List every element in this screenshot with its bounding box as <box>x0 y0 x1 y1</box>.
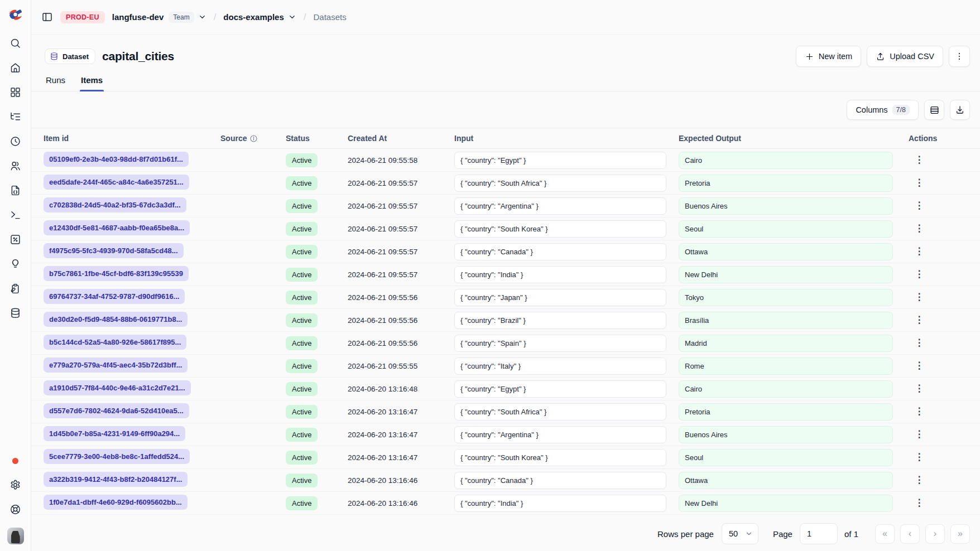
expected-output-cell[interactable]: Pretoria <box>679 403 893 420</box>
last-page-button[interactable]: » <box>950 524 970 544</box>
annotation-queues-icon[interactable] <box>7 280 24 297</box>
row-actions-button[interactable]: ⋮ <box>912 498 926 508</box>
next-page-button[interactable]: › <box>925 524 945 544</box>
expected-output-cell[interactable]: Rome <box>679 357 893 375</box>
row-actions-button[interactable]: ⋮ <box>912 429 926 439</box>
row-actions-button[interactable]: ⋮ <box>912 224 926 233</box>
prev-page-button[interactable]: ‹ <box>900 524 920 544</box>
expected-output-cell[interactable]: New Delhi <box>679 266 893 283</box>
settings-icon[interactable] <box>7 476 24 493</box>
item-id-pill[interactable]: b75c7861-1fbe-45cf-bdf6-83f139c95539 <box>44 266 189 281</box>
support-icon[interactable] <box>7 501 24 518</box>
playground-icon[interactable] <box>7 206 24 223</box>
input-cell[interactable]: { "country": "India" } <box>454 495 666 512</box>
input-cell[interactable]: { "country": "Canada" } <box>454 243 666 260</box>
input-cell[interactable]: { "country": "Japan" } <box>454 289 666 306</box>
item-id-pill[interactable]: 69764737-34af-4752-9787-d90df9616... <box>44 289 185 304</box>
org-chevron-down-icon[interactable] <box>198 13 206 21</box>
column-header-created-at[interactable]: Created At <box>348 134 454 143</box>
column-header-expected-output[interactable]: Expected Output <box>679 134 909 143</box>
row-actions-button[interactable]: ⋮ <box>912 269 926 279</box>
row-actions-button[interactable]: ⋮ <box>912 361 926 370</box>
column-header-status[interactable]: Status <box>286 134 348 143</box>
columns-button[interactable]: Columns 7/8 <box>847 100 919 120</box>
datasets-icon[interactable] <box>7 304 24 321</box>
row-actions-button[interactable]: ⋮ <box>912 384 926 393</box>
item-id-pill[interactable]: e12430df-5e81-4687-aabb-f0ea65be8a... <box>44 220 190 235</box>
item-id-pill[interactable]: de30d2e0-f5d9-4854-88b6-0619771b8... <box>44 312 188 327</box>
input-cell[interactable]: { "country": "Egypt" } <box>454 152 666 169</box>
row-actions-button[interactable]: ⋮ <box>912 178 926 187</box>
row-actions-button[interactable]: ⋮ <box>912 292 926 302</box>
item-id-pill[interactable]: 05109ef0-2e3b-4e03-98dd-8f7d01b61f... <box>44 152 189 167</box>
upload-csv-button[interactable]: Upload CSV <box>867 46 943 67</box>
prompts-icon[interactable] <box>7 182 24 199</box>
row-height-button[interactable] <box>924 100 944 120</box>
expected-output-cell[interactable]: New Delhi <box>679 495 893 512</box>
sessions-icon[interactable] <box>7 133 24 149</box>
input-cell[interactable]: { "country": "South Korea" } <box>454 449 666 466</box>
row-actions-button[interactable]: ⋮ <box>912 475 926 485</box>
input-cell[interactable]: { "country": "India" } <box>454 266 666 283</box>
rows-per-page-select[interactable]: 50 <box>722 523 758 544</box>
expected-output-cell[interactable]: Cairo <box>679 380 893 398</box>
avatar[interactable] <box>7 528 24 544</box>
expected-output-cell[interactable]: Tokyo <box>679 289 893 306</box>
expected-output-cell[interactable]: Seoul <box>679 449 893 466</box>
column-header-source[interactable]: Source <box>220 134 286 143</box>
item-id-pill[interactable]: 1f0e7da1-dbff-4e60-929d-f6095602bb... <box>44 495 188 510</box>
item-id-pill[interactable]: e779a270-579a-4f45-aec4-35b72d3bff... <box>44 357 188 373</box>
insights-icon[interactable] <box>7 255 24 272</box>
tracing-icon[interactable] <box>7 108 24 125</box>
search-icon[interactable] <box>7 35 24 51</box>
tab-runs[interactable]: Runs <box>45 75 66 91</box>
column-header-input[interactable]: Input <box>454 134 679 143</box>
item-id-pill[interactable]: a322b319-9412-4f43-b8f2-b20484127f... <box>44 472 188 487</box>
export-button[interactable] <box>950 100 970 120</box>
expected-output-cell[interactable]: Buenos Aires <box>679 426 893 443</box>
row-actions-button[interactable]: ⋮ <box>912 407 926 416</box>
dashboards-icon[interactable] <box>7 84 24 100</box>
breadcrumb-org[interactable]: langfuse-dev <box>112 12 164 22</box>
expected-output-cell[interactable]: Buenos Aires <box>679 197 893 215</box>
first-page-button[interactable]: « <box>875 524 895 544</box>
input-cell[interactable]: { "country": "Italy" } <box>454 357 666 375</box>
input-cell[interactable]: { "country": "Brazil" } <box>454 312 666 329</box>
row-actions-button[interactable]: ⋮ <box>912 452 926 462</box>
item-id-pill[interactable]: d557e7d6-7802-4624-9da6-52d410ea5... <box>44 403 189 418</box>
item-id-pill[interactable]: eed5dafe-244f-465c-a84c-4a6e357251... <box>44 175 189 190</box>
tab-items[interactable]: Items <box>80 75 104 91</box>
item-id-pill[interactable]: a1910d57-7f84-440c-9e46-a31c2d7e21... <box>44 380 191 395</box>
item-id-pill[interactable]: c702838d-24d5-40a2-bf35-67dc3a3df... <box>44 197 186 212</box>
expected-output-cell[interactable]: Ottawa <box>679 243 893 260</box>
input-cell[interactable]: { "country": "Argentina" } <box>454 197 666 215</box>
row-actions-button[interactable]: ⋮ <box>912 338 926 347</box>
row-actions-button[interactable]: ⋮ <box>912 201 926 210</box>
breadcrumb-project[interactable]: docs-examples <box>223 12 284 22</box>
users-icon[interactable] <box>7 157 24 174</box>
home-icon[interactable] <box>7 59 24 76</box>
langfuse-logo-icon[interactable] <box>8 7 23 22</box>
item-id-pill[interactable]: b5c144cd-52a5-4a80-926e-58617f895... <box>44 335 186 350</box>
input-cell[interactable]: { "country": "Canada" } <box>454 472 666 489</box>
breadcrumb-section[interactable]: Datasets <box>313 12 346 22</box>
input-cell[interactable]: { "country": "Egypt" } <box>454 380 666 398</box>
sidebar-toggle-icon[interactable] <box>41 11 53 23</box>
expected-output-cell[interactable]: Brasília <box>679 312 893 329</box>
input-cell[interactable]: { "country": "Spain" } <box>454 335 666 352</box>
page-more-actions-button[interactable] <box>949 46 970 67</box>
row-actions-button[interactable]: ⋮ <box>912 155 926 165</box>
expected-output-cell[interactable]: Ottawa <box>679 472 893 489</box>
input-cell[interactable]: { "country": "South Korea" } <box>454 220 666 238</box>
new-item-button[interactable]: New item <box>796 46 861 67</box>
expected-output-cell[interactable]: Seoul <box>679 220 893 238</box>
item-id-pill[interactable]: f4975c95-5fc3-4939-970d-58fa5cd48... <box>44 243 184 258</box>
item-id-pill[interactable]: 1d45b0e7-b85a-4231-9149-6ff90a294... <box>44 426 185 441</box>
page-number-input[interactable] <box>800 523 838 544</box>
row-actions-button[interactable]: ⋮ <box>912 315 926 325</box>
recording-indicator-icon[interactable] <box>12 458 18 464</box>
input-cell[interactable]: { "country": "South Africa" } <box>454 403 666 420</box>
item-id-pill[interactable]: 5cee7779-3e00-4eb8-be8c-1affedd524... <box>44 449 190 464</box>
expected-output-cell[interactable]: Cairo <box>679 152 893 169</box>
project-chevron-down-icon[interactable] <box>288 13 296 21</box>
